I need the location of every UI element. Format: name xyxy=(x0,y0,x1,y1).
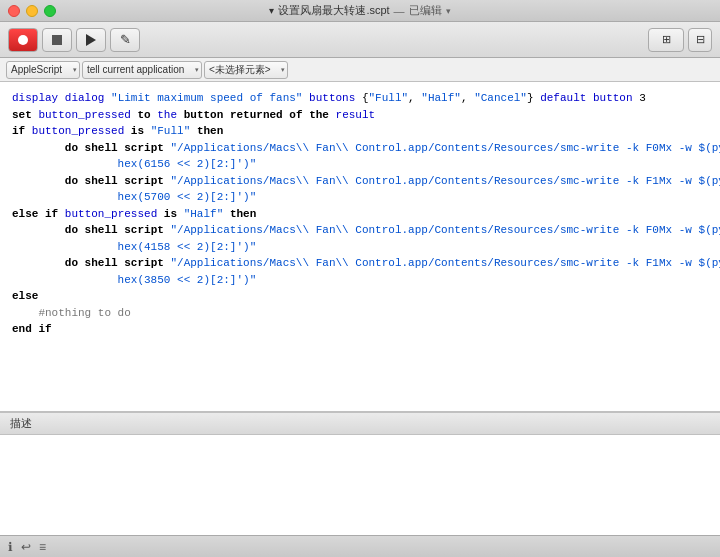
editor-container: display dialog "Limit maximum speed of f… xyxy=(0,82,720,412)
minimize-button[interactable] xyxy=(26,5,38,17)
target-wrapper: tell current application ▾ xyxy=(82,61,202,79)
close-button[interactable] xyxy=(8,5,20,17)
dropdown-bar: AppleScript ▾ tell current application ▾… xyxy=(0,58,720,82)
code-line-8b: hex(3850 << 2)[2:]')" xyxy=(12,272,708,289)
code-line-5: do shell script "/Applications/Macs\\ Fa… xyxy=(12,173,708,190)
toolbar: ✎ ⊞ ⊟ xyxy=(0,22,720,58)
element-wrapper: <未选择元素> ▾ xyxy=(204,61,288,79)
back-button[interactable]: ↩ xyxy=(21,540,31,554)
window-title: ▾ 设置风扇最大转速.scpt — 已编辑 ▾ xyxy=(269,3,450,18)
list-button[interactable]: ≡ xyxy=(39,540,46,554)
record-icon xyxy=(18,35,28,45)
window-controls[interactable] xyxy=(8,5,56,17)
run-button[interactable] xyxy=(76,28,106,52)
code-line-7: do shell script "/Applications/Macs\\ Fa… xyxy=(12,222,708,239)
code-line-10: #nothing to do xyxy=(12,305,708,322)
info-button[interactable]: ℹ xyxy=(8,540,13,554)
statusbar: ℹ ↩ ≡ xyxy=(0,535,720,557)
description-pane: 描述 xyxy=(0,412,720,555)
script-type-wrapper: AppleScript ▾ xyxy=(6,61,80,79)
title-chevron: ▾ xyxy=(446,6,451,16)
doc-icon: ▾ xyxy=(269,5,274,16)
code-line-3: if button_pressed is "Full" then xyxy=(12,123,708,140)
compile-button[interactable]: ✎ xyxy=(110,28,140,52)
view-icon-1: ⊞ xyxy=(662,33,671,46)
code-editor[interactable]: display dialog "Limit maximum speed of f… xyxy=(0,82,720,411)
code-line-4: do shell script "/Applications/Macs\\ Fa… xyxy=(12,140,708,157)
record-button[interactable] xyxy=(8,28,38,52)
code-line-7b: hex(4158 << 2)[2:]')" xyxy=(12,239,708,256)
title-text: 设置风扇最大转速.scpt xyxy=(278,3,389,18)
code-line-2: set button_pressed to the button returne… xyxy=(12,107,708,124)
code-line-11: end if xyxy=(12,321,708,338)
target-select[interactable]: tell current application xyxy=(82,61,202,79)
titlebar: ▾ 设置风扇最大转速.scpt — 已编辑 ▾ xyxy=(0,0,720,22)
title-separator: — xyxy=(394,5,405,17)
code-line-8: do shell script "/Applications/Macs\\ Fa… xyxy=(12,255,708,272)
stop-button[interactable] xyxy=(42,28,72,52)
maximize-button[interactable] xyxy=(44,5,56,17)
description-header: 描述 xyxy=(0,413,720,435)
compile-icon: ✎ xyxy=(120,32,131,47)
code-line-4b: hex(6156 << 2)[2:]')" xyxy=(12,156,708,173)
run-icon xyxy=(86,34,96,46)
code-line-5b: hex(5700 << 2)[2:]')" xyxy=(12,189,708,206)
description-label: 描述 xyxy=(10,416,32,431)
element-select[interactable]: <未选择元素> xyxy=(204,61,288,79)
title-status: 已编辑 xyxy=(409,3,442,18)
code-line-1: display dialog "Limit maximum speed of f… xyxy=(12,90,708,107)
view-toggle-1[interactable]: ⊞ xyxy=(648,28,684,52)
script-type-select[interactable]: AppleScript xyxy=(6,61,80,79)
code-line-6: else if button_pressed is "Half" then xyxy=(12,206,708,223)
code-line-9: else xyxy=(12,288,708,305)
view-toggle-2[interactable]: ⊟ xyxy=(688,28,712,52)
view-icon-2: ⊟ xyxy=(696,33,705,46)
stop-icon xyxy=(52,35,62,45)
